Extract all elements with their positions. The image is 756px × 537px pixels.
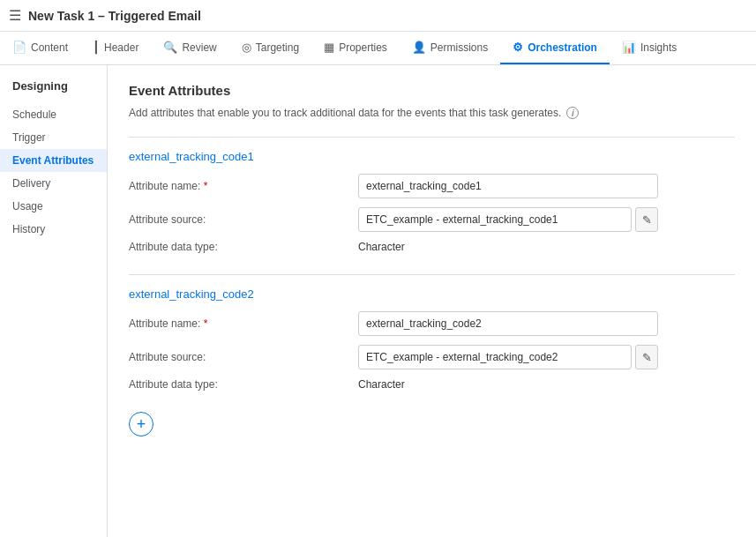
attr-1-name-label: Attribute name: *: [129, 180, 358, 192]
attr-1-edit-button[interactable]: ✎: [635, 207, 658, 232]
top-bar: ☰ New Task 1 – Triggered Email: [0, 0, 756, 32]
tab-header[interactable]: ┃ Header: [80, 32, 151, 64]
divider-2: [129, 274, 735, 275]
tab-targeting[interactable]: ◎ Targeting: [229, 32, 311, 64]
content-icon: 📄: [12, 41, 26, 54]
permissions-icon: 👤: [412, 41, 426, 54]
menu-icon[interactable]: ☰: [9, 7, 21, 24]
sidebar-item-event-attributes[interactable]: Event Attributes: [0, 149, 107, 172]
sidebar-section-title: Designing: [0, 79, 107, 103]
section-title: Event Attributes: [129, 83, 735, 98]
attr-2-edit-button[interactable]: ✎: [635, 345, 658, 369]
info-icon[interactable]: i: [566, 107, 579, 119]
tab-review[interactable]: 🔍 Review: [151, 32, 228, 64]
sidebar-item-trigger[interactable]: Trigger: [0, 126, 107, 149]
attr-2-source-row: Attribute source: ✎: [129, 345, 735, 369]
attr-2-source-wrapper: ✎: [358, 345, 658, 369]
attr-1-name-input[interactable]: [358, 174, 658, 198]
attr-1-name-required: *: [204, 180, 208, 192]
page-title: New Task 1 – Triggered Email: [28, 9, 201, 23]
attr-2-name-row: Attribute name: *: [129, 311, 735, 336]
attr-2-datatype-row: Attribute data type: Character: [129, 378, 735, 391]
attr-1-datatype-value: Character: [358, 241, 405, 253]
header-icon: ┃: [93, 41, 100, 54]
attr-2-source-label: Attribute source:: [129, 351, 358, 363]
tab-permissions[interactable]: 👤 Permissions: [400, 32, 500, 64]
attr-1-datatype-row: Attribute data type: Character: [129, 241, 735, 253]
properties-icon: ▦: [324, 41, 334, 54]
attribute-block-1: external_tracking_code1 Attribute name: …: [129, 150, 735, 253]
attribute-1-link[interactable]: external_tracking_code1: [129, 150, 254, 163]
attr-1-name-input-wrapper: [358, 174, 658, 198]
attr-1-source-wrapper: ✎: [358, 207, 658, 232]
section-description: Add attributes that enable you to track …: [129, 107, 735, 119]
tab-insights[interactable]: 📊 Insights: [610, 32, 689, 64]
attr-1-source-input[interactable]: [358, 207, 632, 232]
attr-1-source-row: Attribute source: ✎: [129, 207, 735, 232]
tab-properties[interactable]: ▦ Properties: [311, 32, 400, 64]
sidebar-item-delivery[interactable]: Delivery: [0, 172, 107, 195]
insights-icon: 📊: [622, 41, 636, 54]
sidebar: Designing Schedule Trigger Event Attribu…: [0, 65, 108, 537]
layout: Designing Schedule Trigger Event Attribu…: [0, 65, 756, 537]
orchestration-icon: ⚙: [513, 41, 523, 54]
attr-1-datatype-label: Attribute data type:: [129, 241, 358, 253]
attr-2-name-required: *: [204, 317, 208, 330]
attr-1-source-label: Attribute source:: [129, 213, 358, 226]
sidebar-item-schedule[interactable]: Schedule: [0, 103, 107, 126]
tab-orchestration[interactable]: ⚙ Orchestration: [500, 32, 610, 64]
attr-2-datatype-value: Character: [358, 378, 405, 391]
add-attribute-button[interactable]: +: [129, 412, 153, 436]
attribute-block-2: external_tracking_code2 Attribute name: …: [129, 287, 735, 391]
attr-2-name-label: Attribute name: *: [129, 317, 358, 330]
attr-2-datatype-label: Attribute data type:: [129, 378, 358, 391]
targeting-icon: ◎: [242, 41, 251, 54]
sidebar-item-history[interactable]: History: [0, 218, 107, 241]
divider-1: [129, 137, 735, 138]
sidebar-item-usage[interactable]: Usage: [0, 195, 107, 218]
nav-tabs: 📄 Content ┃ Header 🔍 Review ◎ Targeting …: [0, 32, 756, 65]
main-content: Event Attributes Add attributes that ena…: [108, 65, 756, 537]
attr-2-source-input[interactable]: [358, 345, 632, 369]
attribute-2-link[interactable]: external_tracking_code2: [129, 287, 254, 301]
attr-2-name-input-wrapper: [358, 311, 658, 336]
attr-2-name-input[interactable]: [358, 311, 658, 336]
review-icon: 🔍: [163, 41, 177, 54]
attr-1-name-row: Attribute name: *: [129, 174, 735, 198]
tab-content[interactable]: 📄 Content: [0, 32, 80, 64]
